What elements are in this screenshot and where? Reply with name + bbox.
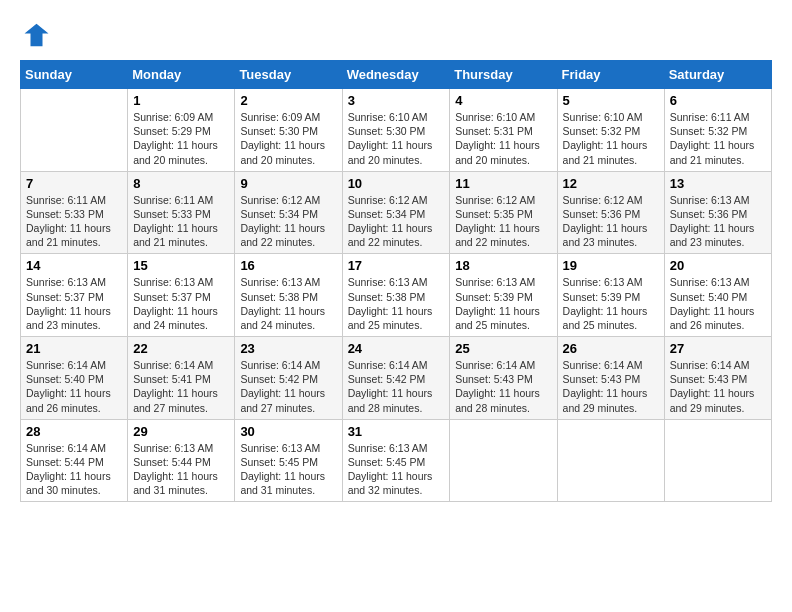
day-cell: 31 Sunrise: 6:13 AM Sunset: 5:45 PM Dayl… [342,419,450,502]
day-cell: 7 Sunrise: 6:11 AM Sunset: 5:33 PM Dayli… [21,171,128,254]
day-number: 19 [563,258,659,273]
day-number: 20 [670,258,766,273]
day-number: 7 [26,176,122,191]
header-cell-sunday: Sunday [21,61,128,89]
day-number: 2 [240,93,336,108]
day-number: 16 [240,258,336,273]
day-number: 12 [563,176,659,191]
day-info: Sunrise: 6:13 AM Sunset: 5:39 PM Dayligh… [455,275,551,332]
day-info: Sunrise: 6:10 AM Sunset: 5:32 PM Dayligh… [563,110,659,167]
day-info: Sunrise: 6:12 AM Sunset: 5:34 PM Dayligh… [348,193,445,250]
day-number: 11 [455,176,551,191]
day-info: Sunrise: 6:14 AM Sunset: 5:42 PM Dayligh… [348,358,445,415]
svg-marker-0 [25,24,49,47]
day-number: 15 [133,258,229,273]
day-info: Sunrise: 6:13 AM Sunset: 5:40 PM Dayligh… [670,275,766,332]
day-number: 27 [670,341,766,356]
day-cell: 4 Sunrise: 6:10 AM Sunset: 5:31 PM Dayli… [450,89,557,172]
day-info: Sunrise: 6:12 AM Sunset: 5:35 PM Dayligh… [455,193,551,250]
day-cell: 10 Sunrise: 6:12 AM Sunset: 5:34 PM Dayl… [342,171,450,254]
day-cell: 24 Sunrise: 6:14 AM Sunset: 5:42 PM Dayl… [342,337,450,420]
day-cell: 15 Sunrise: 6:13 AM Sunset: 5:37 PM Dayl… [128,254,235,337]
day-info: Sunrise: 6:13 AM Sunset: 5:45 PM Dayligh… [348,441,445,498]
day-cell: 16 Sunrise: 6:13 AM Sunset: 5:38 PM Dayl… [235,254,342,337]
calendar-table: SundayMondayTuesdayWednesdayThursdayFrid… [20,60,772,502]
day-info: Sunrise: 6:13 AM Sunset: 5:38 PM Dayligh… [240,275,336,332]
day-cell [557,419,664,502]
week-row-3: 14 Sunrise: 6:13 AM Sunset: 5:37 PM Dayl… [21,254,772,337]
day-number: 30 [240,424,336,439]
day-cell: 17 Sunrise: 6:13 AM Sunset: 5:38 PM Dayl… [342,254,450,337]
day-cell [450,419,557,502]
logo-icon [20,20,50,50]
day-info: Sunrise: 6:10 AM Sunset: 5:31 PM Dayligh… [455,110,551,167]
day-info: Sunrise: 6:14 AM Sunset: 5:44 PM Dayligh… [26,441,122,498]
day-cell: 28 Sunrise: 6:14 AM Sunset: 5:44 PM Dayl… [21,419,128,502]
day-info: Sunrise: 6:14 AM Sunset: 5:43 PM Dayligh… [563,358,659,415]
day-cell: 20 Sunrise: 6:13 AM Sunset: 5:40 PM Dayl… [664,254,771,337]
day-cell [21,89,128,172]
day-info: Sunrise: 6:12 AM Sunset: 5:36 PM Dayligh… [563,193,659,250]
day-cell: 12 Sunrise: 6:12 AM Sunset: 5:36 PM Dayl… [557,171,664,254]
day-cell: 1 Sunrise: 6:09 AM Sunset: 5:29 PM Dayli… [128,89,235,172]
header-cell-tuesday: Tuesday [235,61,342,89]
day-cell: 22 Sunrise: 6:14 AM Sunset: 5:41 PM Dayl… [128,337,235,420]
day-info: Sunrise: 6:14 AM Sunset: 5:40 PM Dayligh… [26,358,122,415]
day-number: 22 [133,341,229,356]
page-header [20,20,772,50]
day-number: 4 [455,93,551,108]
day-cell [664,419,771,502]
day-number: 31 [348,424,445,439]
day-info: Sunrise: 6:13 AM Sunset: 5:36 PM Dayligh… [670,193,766,250]
week-row-2: 7 Sunrise: 6:11 AM Sunset: 5:33 PM Dayli… [21,171,772,254]
day-info: Sunrise: 6:13 AM Sunset: 5:37 PM Dayligh… [133,275,229,332]
day-number: 21 [26,341,122,356]
day-cell: 26 Sunrise: 6:14 AM Sunset: 5:43 PM Dayl… [557,337,664,420]
day-cell: 23 Sunrise: 6:14 AM Sunset: 5:42 PM Dayl… [235,337,342,420]
day-info: Sunrise: 6:13 AM Sunset: 5:37 PM Dayligh… [26,275,122,332]
day-cell: 6 Sunrise: 6:11 AM Sunset: 5:32 PM Dayli… [664,89,771,172]
day-info: Sunrise: 6:14 AM Sunset: 5:43 PM Dayligh… [455,358,551,415]
day-cell: 13 Sunrise: 6:13 AM Sunset: 5:36 PM Dayl… [664,171,771,254]
day-number: 6 [670,93,766,108]
day-cell: 29 Sunrise: 6:13 AM Sunset: 5:44 PM Dayl… [128,419,235,502]
day-info: Sunrise: 6:09 AM Sunset: 5:29 PM Dayligh… [133,110,229,167]
day-number: 13 [670,176,766,191]
day-cell: 2 Sunrise: 6:09 AM Sunset: 5:30 PM Dayli… [235,89,342,172]
day-number: 25 [455,341,551,356]
header-cell-thursday: Thursday [450,61,557,89]
day-number: 29 [133,424,229,439]
day-cell: 25 Sunrise: 6:14 AM Sunset: 5:43 PM Dayl… [450,337,557,420]
day-info: Sunrise: 6:11 AM Sunset: 5:33 PM Dayligh… [26,193,122,250]
header-row: SundayMondayTuesdayWednesdayThursdayFrid… [21,61,772,89]
day-cell: 14 Sunrise: 6:13 AM Sunset: 5:37 PM Dayl… [21,254,128,337]
week-row-4: 21 Sunrise: 6:14 AM Sunset: 5:40 PM Dayl… [21,337,772,420]
day-cell: 27 Sunrise: 6:14 AM Sunset: 5:43 PM Dayl… [664,337,771,420]
header-cell-saturday: Saturday [664,61,771,89]
day-number: 24 [348,341,445,356]
week-row-1: 1 Sunrise: 6:09 AM Sunset: 5:29 PM Dayli… [21,89,772,172]
day-cell: 19 Sunrise: 6:13 AM Sunset: 5:39 PM Dayl… [557,254,664,337]
day-number: 10 [348,176,445,191]
day-number: 28 [26,424,122,439]
day-info: Sunrise: 6:14 AM Sunset: 5:41 PM Dayligh… [133,358,229,415]
week-row-5: 28 Sunrise: 6:14 AM Sunset: 5:44 PM Dayl… [21,419,772,502]
day-cell: 8 Sunrise: 6:11 AM Sunset: 5:33 PM Dayli… [128,171,235,254]
day-info: Sunrise: 6:14 AM Sunset: 5:43 PM Dayligh… [670,358,766,415]
day-info: Sunrise: 6:13 AM Sunset: 5:39 PM Dayligh… [563,275,659,332]
day-info: Sunrise: 6:14 AM Sunset: 5:42 PM Dayligh… [240,358,336,415]
day-info: Sunrise: 6:13 AM Sunset: 5:45 PM Dayligh… [240,441,336,498]
day-number: 1 [133,93,229,108]
day-cell: 18 Sunrise: 6:13 AM Sunset: 5:39 PM Dayl… [450,254,557,337]
day-number: 17 [348,258,445,273]
day-number: 26 [563,341,659,356]
day-cell: 5 Sunrise: 6:10 AM Sunset: 5:32 PM Dayli… [557,89,664,172]
day-number: 23 [240,341,336,356]
day-info: Sunrise: 6:13 AM Sunset: 5:38 PM Dayligh… [348,275,445,332]
day-number: 18 [455,258,551,273]
header-cell-monday: Monday [128,61,235,89]
day-cell: 11 Sunrise: 6:12 AM Sunset: 5:35 PM Dayl… [450,171,557,254]
day-info: Sunrise: 6:11 AM Sunset: 5:33 PM Dayligh… [133,193,229,250]
logo [20,20,54,50]
day-info: Sunrise: 6:13 AM Sunset: 5:44 PM Dayligh… [133,441,229,498]
